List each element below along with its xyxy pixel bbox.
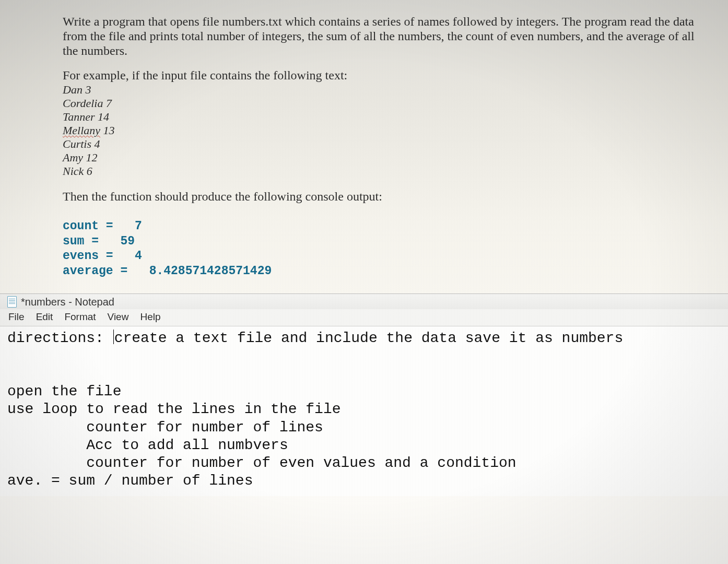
expected-console-output: count = 7 sum = 59 evens = 4 average = 8…: [63, 219, 697, 279]
evens-label: evens =: [63, 249, 120, 263]
example-input-line: Tanner 14: [63, 110, 697, 124]
menu-format[interactable]: Format: [62, 310, 98, 324]
average-value: 8.428571428571429: [135, 264, 272, 278]
count-label: count =: [63, 219, 120, 233]
notepad-text-area[interactable]: directions: create a text file and inclu…: [0, 326, 728, 496]
notepad-titlebar[interactable]: *numbers - Notepad: [0, 294, 728, 309]
menu-file[interactable]: File: [6, 310, 27, 324]
example-number: 3: [83, 83, 91, 96]
window-title: *numbers - Notepad: [21, 296, 114, 308]
average-label: average =: [63, 264, 135, 278]
example-name: Cordelia: [63, 97, 103, 110]
notepad-menubar: File Edit Format View Help: [0, 309, 728, 326]
example-input-line: Curtis 4: [63, 137, 697, 151]
notepad-window: *numbers - Notepad File Edit Format View…: [0, 293, 728, 496]
evens-value: 4: [120, 249, 142, 263]
text-cursor: [113, 330, 114, 344]
example-number: 7: [103, 97, 112, 110]
notepad-icon: [7, 296, 17, 308]
example-name: Nick: [63, 164, 84, 178]
menu-help[interactable]: Help: [138, 310, 162, 324]
expected-output-intro: Then the function should produce the fol…: [63, 190, 697, 204]
example-name: Curtis: [63, 137, 91, 150]
example-number: 4: [91, 137, 100, 150]
example-number: 13: [100, 124, 115, 137]
example-input-line: Dan 3: [63, 83, 697, 97]
example-input-line: Nick 6: [63, 164, 697, 178]
menu-edit[interactable]: Edit: [34, 310, 55, 324]
example-number: 6: [84, 164, 92, 178]
example-number: 12: [83, 151, 98, 164]
sum-value: 59: [106, 234, 135, 248]
example-input-line: Amy 12: [63, 151, 697, 164]
example-intro: For example, if the input file contains …: [63, 68, 697, 83]
screenshot-root: Write a program that opens file numbers.…: [0, 0, 728, 564]
example-name: Mellany: [63, 124, 100, 137]
count-value: 7: [120, 219, 142, 233]
sum-label: sum =: [63, 234, 106, 248]
example-name: Amy: [63, 151, 83, 164]
problem-paragraph: Write a program that opens file numbers.…: [63, 15, 697, 58]
example-name: Dan: [63, 83, 83, 96]
example-input-line: Cordelia 7: [63, 97, 697, 110]
example-number: 14: [95, 110, 110, 123]
example-input-block: Dan 3Cordelia 7Tanner 14Mellany 13Curtis…: [63, 83, 697, 178]
problem-statement: Write a program that opens file numbers.…: [0, 0, 728, 293]
example-input-line: Mellany 13: [63, 124, 697, 137]
example-name: Tanner: [63, 110, 95, 123]
menu-view[interactable]: View: [105, 310, 131, 324]
